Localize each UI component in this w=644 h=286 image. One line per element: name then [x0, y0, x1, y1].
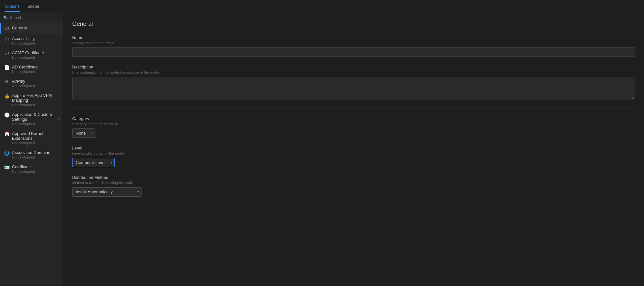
sidebar-label-app-custom: Application & Custom Settings — [12, 112, 55, 122]
search-icon: 🔍 — [3, 15, 8, 20]
sidebar-label-assoc-domains: Associated Domains — [12, 150, 50, 155]
description-label: Description — [72, 65, 635, 69]
tag-icon: 🏷 — [4, 51, 9, 56]
sidebar-item-general[interactable]: 🏷General — [0, 23, 63, 34]
distribution-label: Distribution Method — [72, 175, 635, 180]
level-field-group: Level Level at which to apply the profil… — [72, 146, 635, 167]
name-desc: Display name of the profile — [72, 41, 635, 45]
description-desc: Brief explanation of the content or purp… — [72, 70, 635, 74]
info-icon: ⓘ — [4, 36, 9, 42]
sidebar-item-airplay[interactable]: 🖥AirPlayNot configured — [0, 76, 63, 90]
doc-icon: 📄 — [4, 65, 9, 70]
sidebar-sub-acme-certificate: Not configured — [12, 56, 44, 59]
sidebar-label-ad-certificate: AD Certificate — [12, 65, 38, 69]
sidebar-label-airplay: AirPlay — [12, 79, 35, 84]
category-field-group: Category Category to add the profile to … — [72, 116, 635, 138]
sidebar-item-app-custom[interactable]: 🕐Application & Custom SettingsNot config… — [0, 109, 63, 128]
distribution-select[interactable]: Install Automatically Make Available in … — [72, 187, 141, 197]
search-bar: 🔍 — [0, 13, 63, 23]
sidebar-item-accessibility[interactable]: ⓘAccessibilityNot configured — [0, 34, 63, 48]
description-input[interactable] — [72, 77, 635, 99]
sidebar-label-accessibility: Accessibility — [12, 36, 35, 41]
description-field-group: Description Brief explanation of the con… — [72, 65, 635, 100]
divider-1 — [72, 108, 635, 108]
page-title: General — [72, 21, 635, 27]
name-input[interactable]: Foxpass — [72, 47, 635, 57]
distribution-field-group: Distribution Method Method to use for di… — [72, 175, 635, 197]
sidebar-sub-ad-certificate: Not configured — [12, 70, 38, 74]
sidebar-item-certificate[interactable]: 🪪CertificateNot configured — [0, 162, 63, 176]
content-area: General Name Display name of the profile… — [63, 13, 644, 286]
search-input[interactable] — [10, 15, 60, 20]
level-desc: Level at which to apply the profile — [72, 151, 635, 155]
lock-icon: 🔒 — [4, 93, 9, 98]
sidebar-label-acme-certificate: ACME Certificate — [12, 50, 44, 55]
sidebar-sub-airplay: Not configured — [12, 84, 35, 88]
cal-icon: 📅 — [4, 131, 9, 137]
clock-icon: 🕐 — [4, 112, 9, 117]
sidebar-sub-accessibility: Not configured — [12, 41, 35, 45]
sidebar-item-kernel-ext[interactable]: 📅Approved Kernel ExtensionsNot configure… — [0, 128, 63, 148]
sidebar-item-assoc-domains[interactable]: 🌐Associated DomainsNot configured — [0, 148, 63, 162]
sidebar-sub-kernel-ext: Not configured — [12, 141, 60, 145]
category-label: Category — [72, 116, 635, 121]
sidebar-item-ad-certificate[interactable]: 📄AD CertificateNot configured — [0, 62, 63, 76]
sidebar-items-container: 🏷GeneralⓘAccessibilityNot configured🏷ACM… — [0, 23, 63, 176]
globe-icon: 🌐 — [4, 150, 9, 156]
sidebar-label-app-to-per-vpn: App-To-Per-App VPN Mapping — [12, 93, 60, 103]
top-tabs-bar: OptionsScope — [0, 0, 644, 13]
distribution-select-wrapper: Install Automatically Make Available in … — [72, 187, 141, 197]
sidebar-sub-app-to-per-vpn: Not configured — [12, 103, 60, 107]
sidebar-sub-assoc-domains: Not configured — [12, 155, 50, 159]
category-desc: Category to add the profile to — [72, 122, 635, 126]
category-select-wrapper: None ▾ — [72, 128, 95, 138]
tab-options[interactable]: Options — [5, 1, 20, 12]
tag-icon: 🏷 — [4, 26, 9, 31]
sidebar-label-certificate: Certificate — [12, 164, 35, 169]
sidebar: 🔍 🏷GeneralⓘAccessibilityNot configured🏷A… — [0, 13, 63, 286]
sidebar-sub-certificate: Not configured — [12, 169, 35, 173]
sidebar-sub-app-custom: Not configured — [12, 122, 55, 126]
badge-icon: 🪪 — [4, 165, 9, 170]
sidebar-item-acme-certificate[interactable]: 🏷ACME CertificateNot configured — [0, 48, 63, 62]
level-select-wrapper: Computer Level User Level ▾ — [72, 158, 115, 167]
sidebar-label-general: General — [12, 26, 27, 30]
screen-icon: 🖥 — [4, 79, 9, 84]
distribution-desc: Method to use for distributing the profi… — [72, 181, 635, 185]
category-select[interactable]: None — [72, 128, 95, 138]
name-field-group: Name Display name of the profile Foxpass — [72, 35, 635, 57]
level-label: Level — [72, 146, 635, 150]
main-layout: 🔍 🏷GeneralⓘAccessibilityNot configured🏷A… — [0, 13, 644, 286]
tab-scope[interactable]: Scope — [27, 1, 39, 12]
level-select[interactable]: Computer Level User Level — [72, 158, 115, 167]
sidebar-item-app-to-per-vpn[interactable]: 🔒App-To-Per-App VPN MappingNot configure… — [0, 90, 63, 109]
sidebar-label-kernel-ext: Approved Kernel Extensions — [12, 131, 60, 141]
chevron-down-icon: ▾ — [58, 117, 60, 121]
name-label: Name — [72, 35, 635, 40]
